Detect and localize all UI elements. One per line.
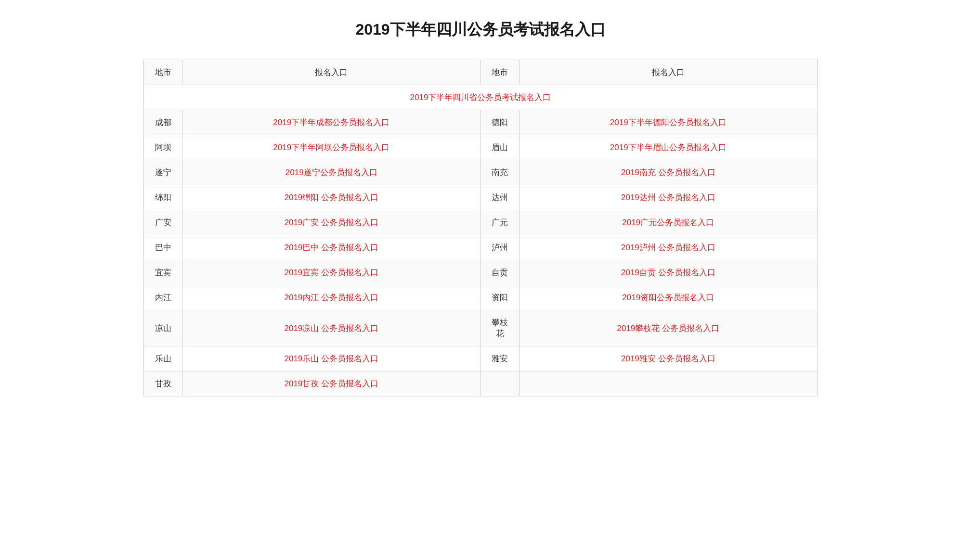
city-cell-1: 内江 (144, 285, 182, 310)
table-row: 阿坝2019下半年阿坝公务员报名入口眉山2019下半年眉山公务员报名入口 (144, 135, 818, 160)
city-cell-2: 泸州 (480, 235, 519, 260)
table-row: 凉山2019凉山 公务员报名入口攀枝花2019攀枝花 公务员报名入口 (144, 310, 818, 346)
registration-link-2[interactable]: 2019广元公务员报名入口 (622, 218, 714, 227)
table-header-row: 地市 报名入口 地市 报名入口 (144, 60, 818, 85)
span-row: 2019下半年四川省公务员考试报名入口 (144, 85, 818, 110)
registration-link-1[interactable]: 2019乐山 公务员报名入口 (284, 354, 378, 363)
registration-link-2[interactable]: 2019下半年眉山公务员报名入口 (610, 143, 727, 152)
registration-link-1[interactable]: 2019凉山 公务员报名入口 (284, 324, 378, 333)
registration-link-1[interactable]: 2019广安 公务员报名入口 (284, 218, 378, 227)
city-cell-1: 广安 (144, 210, 182, 235)
link-cell-2 (519, 371, 818, 396)
city-cell-1: 凉山 (144, 310, 182, 346)
header-link2: 报名入口 (519, 60, 818, 85)
registration-link-1[interactable]: 2019宜宾 公务员报名入口 (284, 268, 378, 277)
city-cell-2: 眉山 (480, 135, 519, 160)
city-cell-1: 巴中 (144, 235, 182, 260)
link-cell-2: 2019攀枝花 公务员报名入口 (519, 310, 818, 346)
header-city2: 地市 (480, 60, 519, 85)
registration-link-1[interactable]: 2019绵阳 公务员报名入口 (284, 193, 378, 202)
table-row: 成都2019下半年成都公务员报名入口德阳2019下半年德阳公务员报名入口 (144, 110, 818, 135)
registration-link-2[interactable]: 2019雅安 公务员报名入口 (621, 354, 715, 363)
city-cell-2: 南充 (480, 160, 519, 185)
registration-link-2[interactable]: 2019攀枝花 公务员报名入口 (617, 324, 719, 333)
table-row: 内江2019内江 公务员报名入口资阳2019资阳公务员报名入口 (144, 285, 818, 310)
link-cell-1: 2019下半年阿坝公务员报名入口 (182, 135, 481, 160)
link-cell-2: 2019下半年眉山公务员报名入口 (519, 135, 818, 160)
city-cell-1: 遂宁 (144, 160, 182, 185)
link-cell-2: 2019广元公务员报名入口 (519, 210, 818, 235)
city-cell-2: 达州 (480, 185, 519, 210)
link-cell-2: 2019雅安 公务员报名入口 (519, 346, 818, 371)
registration-link-1[interactable]: 2019下半年阿坝公务员报名入口 (273, 143, 390, 152)
city-cell-1: 阿坝 (144, 135, 182, 160)
link-cell-2: 2019南充 公务员报名入口 (519, 160, 818, 185)
registration-link-2[interactable]: 2019自贡 公务员报名入口 (621, 268, 715, 277)
link-cell-1: 2019下半年成都公务员报名入口 (182, 110, 481, 135)
link-cell-1: 2019巴中 公务员报名入口 (182, 235, 481, 260)
city-cell-1: 乐山 (144, 346, 182, 371)
data-table: 地市 报名入口 地市 报名入口 2019下半年四川省公务员考试报名入口 成都20… (143, 60, 818, 396)
registration-link-2[interactable]: 2019泸州 公务员报名入口 (621, 243, 715, 252)
table-row: 广安2019广安 公务员报名入口广元2019广元公务员报名入口 (144, 210, 818, 235)
registration-link-2[interactable]: 2019资阳公务员报名入口 (622, 293, 714, 302)
registration-link-1[interactable]: 2019遂宁公务员报名入口 (286, 168, 377, 177)
header-link1: 报名入口 (182, 60, 481, 85)
link-cell-1: 2019宜宾 公务员报名入口 (182, 260, 481, 285)
registration-link-1[interactable]: 2019下半年成都公务员报名入口 (273, 118, 390, 127)
city-cell-2: 自贡 (480, 260, 519, 285)
city-cell-1: 绵阳 (144, 185, 182, 210)
registration-link-2[interactable]: 2019南充 公务员报名入口 (621, 168, 715, 177)
link-cell-1: 2019绵阳 公务员报名入口 (182, 185, 481, 210)
link-cell-1: 2019内江 公务员报名入口 (182, 285, 481, 310)
registration-link-2[interactable]: 2019达州 公务员报名入口 (621, 193, 715, 202)
registration-link-1[interactable]: 2019内江 公务员报名入口 (284, 293, 378, 302)
registration-link-1[interactable]: 2019甘孜 公务员报名入口 (284, 379, 378, 388)
city-cell-2: 资阳 (480, 285, 519, 310)
table-row: 巴中2019巴中 公务员报名入口泸州2019泸州 公务员报名入口 (144, 235, 818, 260)
page-title: 2019下半年四川公务员考试报名入口 (143, 19, 818, 40)
link-cell-1: 2019甘孜 公务员报名入口 (182, 371, 481, 396)
city-cell-2: 雅安 (480, 346, 519, 371)
table-row: 遂宁2019遂宁公务员报名入口南充2019南充 公务员报名入口 (144, 160, 818, 185)
city-cell-2: 攀枝花 (480, 310, 519, 346)
link-cell-1: 2019凉山 公务员报名入口 (182, 310, 481, 346)
link-cell-1: 2019广安 公务员报名入口 (182, 210, 481, 235)
city-cell-2: 广元 (480, 210, 519, 235)
main-container: 2019下半年四川公务员考试报名入口 地市 报名入口 地市 报名入口 2019下… (143, 19, 818, 541)
link-cell-2: 2019下半年德阳公务员报名入口 (519, 110, 818, 135)
city-cell-2 (480, 371, 519, 396)
registration-link-2[interactable]: 2019下半年德阳公务员报名入口 (610, 118, 727, 127)
link-cell-2: 2019资阳公务员报名入口 (519, 285, 818, 310)
link-cell-2: 2019达州 公务员报名入口 (519, 185, 818, 210)
table-row: 绵阳2019绵阳 公务员报名入口达州2019达州 公务员报名入口 (144, 185, 818, 210)
link-cell-1: 2019乐山 公务员报名入口 (182, 346, 481, 371)
table-row: 宜宾2019宜宾 公务员报名入口自贡2019自贡 公务员报名入口 (144, 260, 818, 285)
link-cell-2: 2019自贡 公务员报名入口 (519, 260, 818, 285)
table-row: 甘孜2019甘孜 公务员报名入口 (144, 371, 818, 396)
city-cell-1: 成都 (144, 110, 182, 135)
city-cell-1: 宜宾 (144, 260, 182, 285)
span-row-text: 2019下半年四川省公务员考试报名入口 (144, 85, 818, 110)
registration-link-1[interactable]: 2019巴中 公务员报名入口 (284, 243, 378, 252)
header-city1: 地市 (144, 60, 182, 85)
city-cell-1: 甘孜 (144, 371, 182, 396)
table-row: 乐山2019乐山 公务员报名入口雅安2019雅安 公务员报名入口 (144, 346, 818, 371)
link-cell-1: 2019遂宁公务员报名入口 (182, 160, 481, 185)
city-cell-2: 德阳 (480, 110, 519, 135)
link-cell-2: 2019泸州 公务员报名入口 (519, 235, 818, 260)
